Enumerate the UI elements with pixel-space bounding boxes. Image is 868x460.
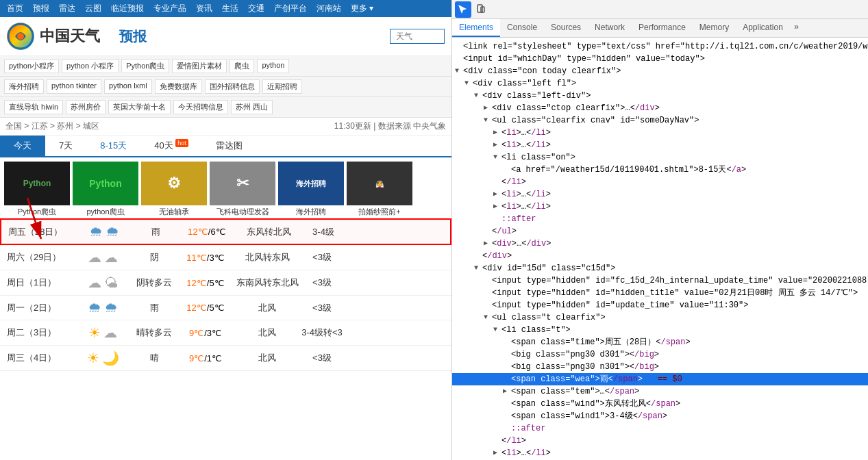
link-foreign-job[interactable]: 国外招聘信息 — [205, 79, 260, 94]
link-python-miniapp[interactable]: python小程序 — [4, 59, 59, 73]
tab-sources[interactable]: Sources — [544, 19, 588, 37]
image-item-3[interactable]: ✂ 飞科电动理发器 — [210, 162, 275, 217]
triangle-right-icon[interactable]: ▶ — [484, 238, 492, 249]
link-hiwin[interactable]: 直线导轨 hiwin — [4, 100, 63, 114]
html-line-15[interactable]: </ul> — [452, 225, 868, 238]
triangle-right-icon[interactable]: ▶ — [493, 201, 501, 212]
html-line-24[interactable]: <span class="time">周五（28日）</span> — [452, 336, 868, 348]
nav-life[interactable]: 生活 — [222, 3, 238, 14]
html-line-16[interactable]: ▶<div>…</div> — [452, 238, 868, 250]
nav-news[interactable]: 资讯 — [196, 3, 212, 14]
link-overseas-job[interactable]: 海外招聘 — [4, 79, 44, 94]
triangle-right-icon[interactable]: ▶ — [484, 103, 492, 114]
html-line-1[interactable]: <input id="whichDay" type="hidden" value… — [452, 53, 868, 65]
tab-application[interactable]: Application — [736, 19, 790, 37]
html-line-30[interactable]: <span class="wind1">3-4级</span> — [452, 410, 868, 422]
image-item-0[interactable]: Python Python爬虫 — [4, 162, 70, 217]
nav-henan[interactable]: 河南站 — [317, 3, 341, 14]
link-suzhou-xishan[interactable]: 苏州 西山 — [231, 100, 273, 114]
html-line-31[interactable]: ::after — [452, 422, 868, 435]
link-uk-uni[interactable]: 英国大学前十名 — [108, 100, 171, 114]
html-line-29[interactable]: <span class="wind">东风转北风</span> — [452, 398, 868, 410]
nav-home[interactable]: 首页 — [7, 3, 23, 14]
html-line-27[interactable]: <span class="wea">雨</span> == $0 — [452, 373, 868, 385]
tab-7day[interactable]: 7天 — [45, 136, 86, 156]
html-line-21[interactable]: <input type="hidden" id="update_time" va… — [452, 299, 868, 311]
html-line-6[interactable]: ▼<ul class="clearfix cnav" id="someDayNa… — [452, 114, 868, 127]
nav-traffic[interactable]: 交通 — [248, 3, 264, 14]
html-line-4[interactable]: ▼<div class="left-div"> — [452, 90, 868, 102]
weather-row-0[interactable]: 周五（28日） 🌧 🌧 雨 12℃/6℃ 东风转北风 3-4级 — [0, 218, 451, 245]
link-python-lxml[interactable]: python lxml — [104, 79, 152, 94]
html-line-14[interactable]: ::after — [452, 213, 868, 225]
html-line-7[interactable]: ▶<li>…</li> — [452, 127, 868, 139]
link-free-db[interactable]: 免费数据库 — [155, 79, 202, 94]
html-line-26[interactable]: <big class="png30 n301"></big> — [452, 361, 868, 373]
html-line-19[interactable]: <input type="hidden" id="fc_15d_24h_inte… — [452, 274, 868, 287]
tab-console[interactable]: Console — [500, 19, 544, 37]
tab-8-15day[interactable]: 8-15天 — [86, 136, 140, 156]
triangle-down-icon[interactable]: ▼ — [484, 115, 492, 126]
html-line-23[interactable]: ▼<li class="t"> — [452, 324, 868, 336]
search-input[interactable] — [390, 29, 445, 44]
more-tabs-button[interactable]: » — [790, 19, 803, 37]
triangle-right-icon[interactable]: ▶ — [493, 448, 501, 459]
html-line-22[interactable]: ▼<ul class="t clearfix"> — [452, 311, 868, 324]
html-line-33[interactable]: ▶<li>…</li> — [452, 447, 868, 459]
weather-row-3[interactable]: 周一（2日） 🌧 🌧 雨 12℃/5℃ 北风 <3级 — [0, 296, 451, 320]
weather-row-1[interactable]: 周六（29日） ☁ ☁ 阴 11℃/3℃ 北风转东风 <3级 — [0, 245, 451, 270]
html-line-11[interactable]: </li> — [452, 176, 868, 188]
html-line-28[interactable]: ▶<span class="tem">…</span> — [452, 385, 868, 398]
link-love-pics[interactable]: 爱情图片素材 — [172, 59, 227, 73]
triangle-right-icon[interactable]: ▶ — [493, 189, 501, 200]
nav-more[interactable]: 更多 ▾ — [351, 3, 373, 14]
triangle-down-icon[interactable]: ▼ — [474, 90, 482, 101]
weather-row-2[interactable]: 周日（1日） ☁ 🌤 阴转多云 12℃/5℃ 东南风转东北风 <3级 — [0, 270, 451, 296]
link-recent-job[interactable]: 近期招聘 — [262, 79, 302, 94]
triangle-right-icon[interactable]: ▶ — [493, 127, 501, 138]
image-item-4[interactable]: 海外招聘 海外招聘 — [278, 162, 344, 217]
html-line-8[interactable]: ▶<li>…</li> — [452, 139, 868, 151]
html-line-18[interactable]: ▼<div id="15d" class="c15d"> — [452, 262, 868, 274]
tab-memory[interactable]: Memory — [693, 19, 736, 37]
inspect-element-button[interactable] — [455, 1, 471, 18]
link-python-more[interactable]: python — [257, 59, 289, 73]
triangle-down-icon[interactable]: ▼ — [464, 78, 473, 89]
nav-cloud[interactable]: 云图 — [85, 3, 101, 14]
html-line-2[interactable]: ▼<div class="con today clearfix"> — [452, 65, 868, 77]
html-line-20[interactable]: <input type="hidden" id="hidden_title" v… — [452, 287, 868, 299]
tab-radar[interactable]: 雷达图 — [202, 136, 256, 156]
triangle-down-icon[interactable]: ▼ — [484, 312, 492, 323]
link-python-crawler[interactable]: Python爬虫 — [121, 59, 169, 73]
html-line-0[interactable]: <link rel="stylesheet" type="text/css" h… — [452, 40, 868, 53]
nav-professional[interactable]: 专业产品 — [153, 3, 186, 14]
link-python-tkinter[interactable]: python tkinter — [47, 79, 101, 94]
tab-network[interactable]: Network — [588, 19, 632, 37]
html-line-9[interactable]: ▼<li class="on"> — [452, 151, 868, 164]
triangle-down-icon[interactable]: ▼ — [493, 152, 501, 163]
tab-performance[interactable]: Performance — [632, 19, 693, 37]
triangle-down-icon[interactable]: ▼ — [474, 263, 482, 274]
link-crawler[interactable]: 爬虫 — [230, 59, 254, 73]
html-line-17[interactable]: </div> — [452, 250, 868, 262]
nav-nearforecast[interactable]: 临近预报 — [111, 3, 144, 14]
html-line-32[interactable]: </li> — [452, 435, 868, 447]
html-line-25[interactable]: <big class="png30 d301"></big> — [452, 348, 868, 361]
nav-platform[interactable]: 产创平台 — [274, 3, 307, 14]
tab-40day[interactable]: 40天 hot — [140, 136, 202, 156]
triangle-right-icon[interactable]: ▶ — [503, 386, 511, 397]
weather-row-5[interactable]: 周三（4日） ☀ 🌙 晴 9℃/1℃ 北风 <3级 — [0, 346, 451, 371]
link-suzhou-house[interactable]: 苏州房价 — [66, 100, 106, 114]
link-python-miniapp2[interactable]: python 小程序 — [62, 59, 119, 73]
triangle-down-icon[interactable]: ▼ — [455, 66, 463, 77]
image-item-1[interactable]: Python python爬虫 — [73, 162, 138, 217]
nav-radar[interactable]: 雷达 — [59, 3, 75, 14]
link-today-job[interactable]: 今天招聘信息 — [173, 100, 228, 114]
image-item-5[interactable]: 👰 拍婚纱照前+ — [347, 162, 412, 217]
html-line-12[interactable]: ▶<li>…</li> — [452, 188, 868, 201]
device-toolbar-button[interactable] — [473, 1, 489, 18]
tab-today[interactable]: 今天 — [0, 136, 45, 156]
triangle-right-icon[interactable]: ▶ — [493, 140, 501, 151]
html-line-3[interactable]: ▼<div class="left fl"> — [452, 77, 868, 90]
triangle-down-icon[interactable]: ▼ — [493, 324, 501, 335]
